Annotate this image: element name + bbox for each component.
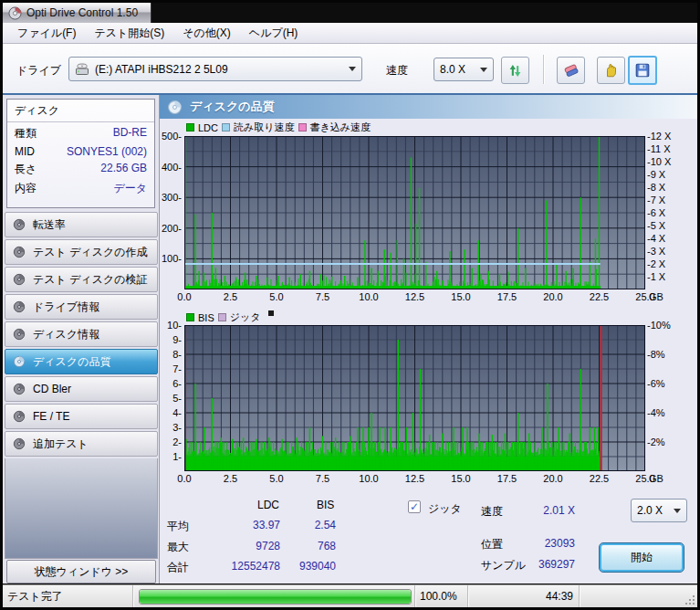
jitter-checkbox-label: ジッタ [428,501,462,517]
resize-grip[interactable] [684,594,695,605]
y-tick-label: 3 [160,422,182,433]
save-button[interactable] [628,56,657,85]
statusbar-filler [580,585,697,607]
legend-label: BIS [198,312,214,323]
stats-col-bis: BIS [317,499,334,511]
x-tick-label: 2.5 [224,291,237,302]
legend-swatch [186,313,194,321]
status-window-button[interactable]: 状態ウィンドウ >> [6,560,156,584]
legend-swatch [298,123,307,131]
legend-swatch [186,123,194,131]
x-tick-label: 15.0 [451,291,470,302]
legend-label: 書き込み速度 [310,121,371,134]
stats-panel: LDC BIS 平均 33.97 2.54 最大 9728 768 合計 125… [160,490,697,585]
y-tick-label: 300 [160,192,182,203]
disc-mid-value: SONYES1 (002) [67,145,147,158]
progress-bar [139,589,412,605]
legend-swatch [218,313,226,321]
start-button[interactable]: 開始 [600,543,684,572]
y-tick-label: 10% [647,320,671,331]
save-icon [634,62,651,79]
menu-help[interactable]: ヘルプ(H) [240,23,308,44]
y-tick-label: 3 X [647,246,665,257]
y-tick-label: 7 X [647,195,665,205]
sidebar-item-label: FE / TE [33,410,69,423]
sidebar-item-8[interactable]: FE / TE [5,404,158,429]
y-tick-label: 4% [647,407,665,418]
menu-start-test[interactable]: テスト開始(S) [85,23,173,44]
sidebar-item-label: テスト ディスクの検証 [33,272,148,288]
menu-file[interactable]: ファイル(F) [8,23,85,44]
y-tick-label: 8 [160,349,182,360]
chart-legend: BISジッタ [186,310,274,324]
status-bar: テスト完了 100.0% 44:39 [3,584,697,607]
stat-total-ldc: 12552478 [216,560,280,573]
y-tick-label: 6 [160,378,182,389]
disc-icon [13,437,26,450]
drive-select[interactable]: (E:) ATAPI iHBS212 2 5L09 [68,57,362,81]
disc-icon [13,328,26,341]
cur-speed-value: 2.01 X [520,504,575,517]
menu-other[interactable]: その他(X) [173,23,240,44]
y-tick-label: 2 [160,436,182,447]
x-tick-label: 2.5 [224,473,237,484]
legend-label: 読み取り速度 [234,121,295,134]
sidebar-item-5[interactable]: ディスク情報 [5,321,158,347]
status-text: テスト完了 [3,585,133,607]
stop-button[interactable] [597,57,625,84]
disc-icon [13,300,26,313]
y-tick-label: 10 X [647,156,671,167]
sidebar-item-1[interactable]: 転送率 [5,212,158,237]
disc-info-row: 内容 データ [7,177,154,196]
disc-content-label: 内容 [15,181,37,196]
sidebar-item-9[interactable]: 追加テスト [5,431,158,457]
toolbar-separator [543,55,544,84]
x-tick-label: 12.5 [405,291,424,302]
x-tick-label: 20.0 [543,291,562,302]
refresh-button[interactable] [501,57,529,84]
y-tick-label: 5 [160,393,182,404]
sidebar-item-4[interactable]: ドライブ情報 [5,294,158,320]
sidebar-item-label: 転送率 [33,217,66,233]
sidebar-item-label: ディスク情報 [33,327,99,342]
x-tick-label: 5.0 [269,291,283,302]
y-tick-label: 6 X [647,207,665,218]
y-tick-label: 200 [160,223,182,234]
y-tick-label: 10 [160,320,182,331]
y-tick-label: 500 [160,131,182,142]
jitter-checkbox[interactable]: ✓ [408,500,421,513]
test-speed-value: 2.0 X [637,504,668,517]
sidebar-item-7[interactable]: CD Bler [5,376,158,402]
stat-total-label: 合計 [167,560,189,575]
bis-jitter-chart: BISジッタ1098765432110%8%6%4%2% 0.02.55.07.… [160,310,697,489]
y-tick-label: 8 X [647,182,665,193]
x-tick-label: 0.0 [177,291,191,302]
x-tick-label: 10.0 [359,473,378,484]
refresh-icon [507,63,523,79]
x-tick-label: 15.0 [451,473,470,484]
y-tick-label: 11 X [647,143,670,154]
y-tick-label: 400 [160,162,182,173]
sidebar-item-6[interactable]: ディスクの品質 [5,349,158,374]
y-tick-label: 4 X [647,233,665,244]
x-tick-label: 0.0 [177,473,191,484]
speed-label: 速度 [386,63,408,79]
disc-panel-header: ディスク [7,100,154,122]
sidebar-item-label: 追加テスト [33,436,89,452]
y-tick-label: 6% [647,378,665,389]
disc-icon [13,410,26,423]
disc-icon [13,383,26,395]
y-tick-label: 12 X [647,131,671,142]
erase-button[interactable] [557,57,585,84]
sidebar-item-3[interactable]: テスト ディスクの検証 [5,267,158,292]
test-speed-select[interactable]: 2.0 X [631,499,687,522]
disc-icon [13,355,26,368]
speed-select[interactable]: 8.0 X [434,58,494,81]
sidebar-item-2[interactable]: テスト ディスクの作成 [5,239,158,265]
stat-avg-bis: 2.54 [284,519,336,531]
disc-info-panel: ディスク 種類 BD-RE MID SONYES1 (002) 長さ 22.56… [6,99,155,208]
stat-avg-ldc: 33.97 [216,519,280,531]
chevron-down-icon [480,68,487,72]
stat-total-bis: 939040 [284,560,336,573]
y-tick-label: 4 [160,407,182,418]
